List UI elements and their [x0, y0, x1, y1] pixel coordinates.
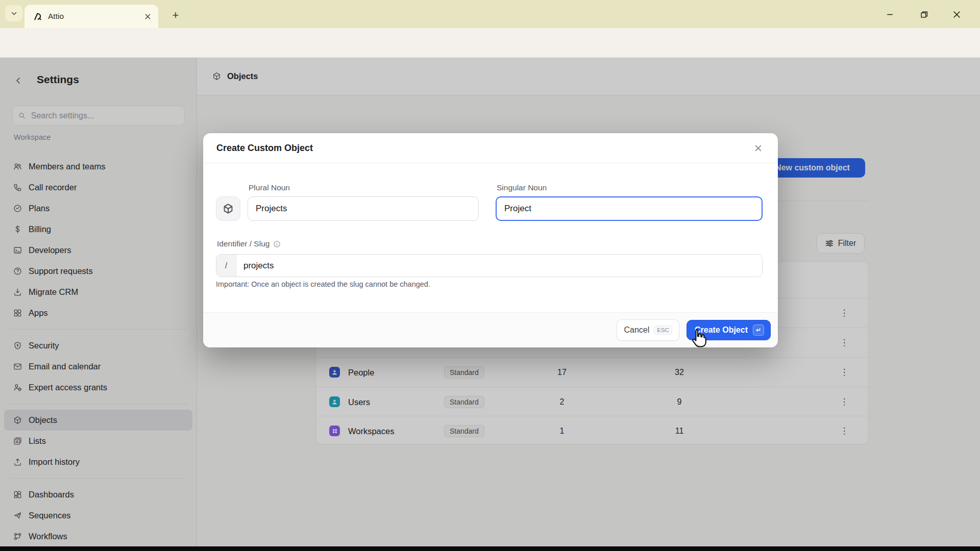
plural-noun-label: Plural Noun	[249, 183, 290, 192]
browser-toolbar: ☆ S ⋮	[0, 28, 980, 58]
slug-input-group: /	[216, 254, 763, 277]
modal-title: Create Custom Object	[216, 143, 751, 154]
slug-warning-note: Important: Once an object is created the…	[216, 280, 430, 288]
attio-logo-icon	[34, 12, 42, 21]
cancel-button[interactable]: Cancel ESC	[617, 319, 679, 341]
object-icon-picker-button[interactable]	[216, 196, 240, 221]
close-icon	[953, 11, 961, 18]
chevron-down-icon	[11, 10, 17, 17]
slug-label-row: Identifier / Slug	[217, 239, 281, 248]
enter-key-hint: ↵	[753, 324, 764, 336]
cursor-pointer-icon	[688, 327, 709, 352]
modal-header: Create Custom Object	[203, 133, 778, 163]
slug-label: Identifier / Slug	[217, 239, 270, 248]
tab-search-button[interactable]	[5, 5, 22, 21]
singular-noun-label: Singular Noun	[497, 183, 547, 192]
letterbox-strip	[0, 546, 980, 551]
app-page: Settings Workspace Members and teams Cal…	[0, 58, 980, 547]
restore-icon	[920, 11, 928, 18]
cancel-label: Cancel	[624, 325, 649, 335]
minimize-icon	[886, 11, 894, 18]
window-close-button[interactable]	[948, 6, 965, 22]
browser-tab-attio[interactable]: Attio	[24, 5, 158, 28]
esc-key-hint: ESC	[654, 325, 672, 335]
tab-close-icon[interactable]	[144, 13, 151, 20]
modal-close-button[interactable]	[751, 141, 765, 155]
window-minimize-button[interactable]	[881, 6, 898, 22]
create-custom-object-modal: Create Custom Object Plural Noun Singula…	[203, 133, 778, 347]
close-icon	[754, 144, 762, 152]
plural-noun-input[interactable]	[248, 196, 479, 221]
tab-title: Attio	[48, 12, 144, 21]
cube-icon	[223, 203, 234, 214]
slug-input[interactable]	[236, 255, 762, 277]
screen: Attio +	[0, 0, 980, 551]
info-icon[interactable]	[273, 240, 281, 248]
singular-noun-input[interactable]	[496, 196, 763, 221]
browser-tabstrip: Attio +	[0, 0, 980, 28]
new-tab-button[interactable]: +	[167, 7, 184, 23]
slug-prefix: /	[216, 255, 236, 277]
window-restore-button[interactable]	[916, 6, 932, 22]
